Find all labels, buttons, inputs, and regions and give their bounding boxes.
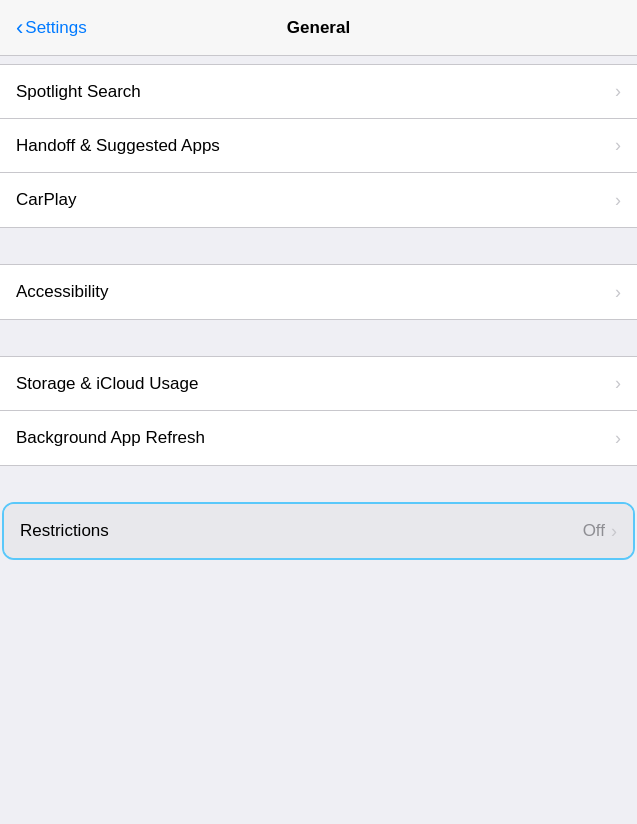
carplay-right: ›	[615, 190, 621, 211]
chevron-right-icon: ›	[611, 521, 617, 542]
storage-right: ›	[615, 373, 621, 394]
restrictions-group: Restrictions Off ›	[2, 502, 635, 560]
background-refresh-right: ›	[615, 428, 621, 449]
back-chevron-icon: ‹	[16, 17, 23, 39]
chevron-right-icon: ›	[615, 428, 621, 449]
accessibility-row[interactable]: Accessibility ›	[0, 265, 637, 319]
restrictions-right: Off ›	[583, 521, 617, 542]
chevron-right-icon: ›	[615, 190, 621, 211]
settings-group-2: Accessibility ›	[0, 264, 637, 320]
group-spacer-2	[0, 320, 637, 356]
spotlight-search-row[interactable]: Spotlight Search ›	[0, 65, 637, 119]
storage-row[interactable]: Storage & iCloud Usage ›	[0, 357, 637, 411]
nav-bar: ‹ Settings General	[0, 0, 637, 56]
group-spacer-3	[0, 466, 637, 502]
back-label: Settings	[25, 18, 86, 38]
chevron-right-icon: ›	[615, 282, 621, 303]
handoff-row[interactable]: Handoff & Suggested Apps ›	[0, 119, 637, 173]
spotlight-search-label: Spotlight Search	[16, 82, 141, 102]
top-spacer	[0, 56, 637, 64]
settings-group-1: Spotlight Search › Handoff & Suggested A…	[0, 64, 637, 228]
accessibility-right: ›	[615, 282, 621, 303]
page-title: General	[287, 18, 350, 38]
chevron-right-icon: ›	[615, 373, 621, 394]
restrictions-label: Restrictions	[20, 521, 109, 541]
restrictions-value: Off	[583, 521, 605, 541]
background-refresh-row[interactable]: Background App Refresh ›	[0, 411, 637, 465]
chevron-right-icon: ›	[615, 81, 621, 102]
storage-label: Storage & iCloud Usage	[16, 374, 198, 394]
handoff-right: ›	[615, 135, 621, 156]
handoff-label: Handoff & Suggested Apps	[16, 136, 220, 156]
accessibility-label: Accessibility	[16, 282, 109, 302]
restrictions-row[interactable]: Restrictions Off ›	[4, 504, 633, 558]
bottom-spacer	[0, 560, 637, 580]
spotlight-search-right: ›	[615, 81, 621, 102]
chevron-right-icon: ›	[615, 135, 621, 156]
group-spacer-1	[0, 228, 637, 264]
carplay-label: CarPlay	[16, 190, 76, 210]
back-button[interactable]: ‹ Settings	[8, 9, 95, 47]
settings-content: Spotlight Search › Handoff & Suggested A…	[0, 56, 637, 580]
settings-group-3: Storage & iCloud Usage › Background App …	[0, 356, 637, 466]
background-refresh-label: Background App Refresh	[16, 428, 205, 448]
carplay-row[interactable]: CarPlay ›	[0, 173, 637, 227]
